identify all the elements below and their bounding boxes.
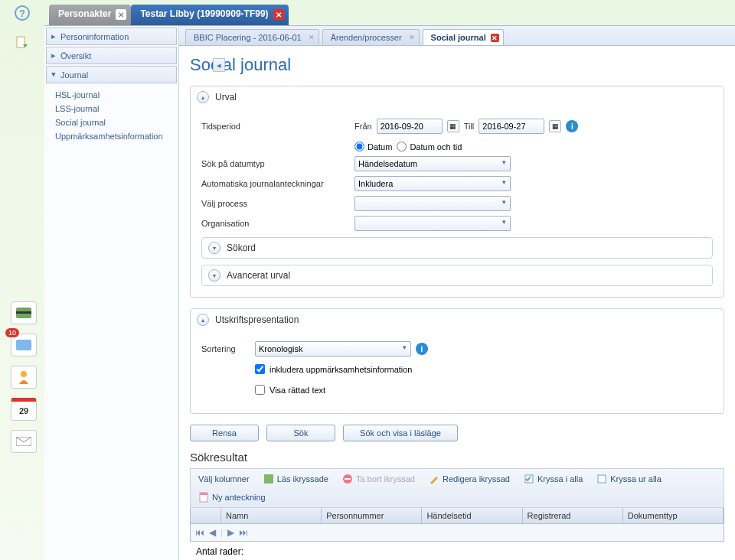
col-personnummer[interactable]: Personnummer: [322, 508, 422, 523]
select-datumtyp[interactable]: Händelsedatum: [354, 156, 511, 171]
svg-rect-10: [345, 478, 351, 480]
close-icon[interactable]: ✕: [491, 34, 499, 42]
info-icon[interactable]: i: [416, 343, 428, 355]
info-icon[interactable]: i: [566, 120, 578, 132]
radio-datum-tid[interactable]: Datum och tid: [397, 142, 462, 151]
rail-app-card-2[interactable]: 10: [11, 334, 37, 357]
collapse-up-icon: ▴: [197, 314, 209, 326]
tab-personakter[interactable]: Personakter ✕: [49, 5, 131, 26]
results-title: Sökresultat: [190, 451, 724, 464]
svg-rect-14: [200, 493, 207, 495]
subsection-title: Sökord: [227, 243, 256, 253]
help-icon[interactable]: ?: [14, 5, 31, 21]
grid-header: Namn Personnummer Händelsetid Registrera…: [190, 508, 724, 524]
close-icon[interactable]: ✕: [116, 9, 126, 20]
subsection-sokord-head[interactable]: ▾ Sökord: [202, 238, 712, 258]
label-process: Välj process: [201, 199, 354, 208]
tab-label: Testar Libby (19990909-TF99): [140, 8, 268, 19]
nav-label: Personinformation: [60, 32, 129, 41]
nav-hsl-journal[interactable]: HSL-journal: [55, 88, 178, 102]
section-utskrift-head[interactable]: ▴ Utskriftspresentation: [191, 309, 724, 330]
nav-oversikt[interactable]: ▸Översikt: [46, 47, 177, 64]
section-title: Utskriftspresentation: [215, 314, 299, 325]
page-title: Social journal: [190, 55, 724, 75]
checkbox-uppmarksamhet[interactable]: inkludera uppmärksamhetsinformation: [255, 364, 412, 374]
subsection-avancerat-head[interactable]: ▾ Avancerat urval: [202, 265, 712, 285]
card-green-icon: [16, 308, 31, 318]
pager-prev-icon[interactable]: ◀: [209, 527, 216, 538]
tool-valj-kolumner[interactable]: Välj kolumner: [194, 472, 254, 486]
close-icon[interactable]: ✕: [309, 34, 315, 41]
radio-datum[interactable]: Datum: [354, 142, 392, 151]
rail-app-card-1[interactable]: [11, 301, 37, 324]
col-namn[interactable]: Namn: [221, 508, 322, 523]
pager-first-icon[interactable]: ⏮: [195, 527, 204, 538]
row-auto-journal: Automatiska journalanteckningar Inkluder…: [201, 176, 713, 191]
label-fran: Från: [354, 122, 372, 131]
nav-collapse-button[interactable]: ◂: [213, 58, 225, 72]
select-sortering[interactable]: Kronologisk: [255, 341, 411, 357]
person-orange-icon: [18, 370, 29, 384]
svg-rect-2: [17, 37, 24, 47]
section-utskrift: ▴ Utskriftspresentation Sortering Kronol…: [190, 308, 724, 414]
document-export-icon[interactable]: [14, 35, 31, 52]
side-nav: ▸Personinformation ▸Översikt ▸Journal HS…: [44, 26, 179, 560]
chevron-right-icon: ▸: [51, 31, 56, 41]
ctab-social-journal[interactable]: Social journal✕: [423, 29, 504, 45]
expand-down-icon: ▾: [208, 242, 220, 254]
row-chk-uppm: inkludera uppmärksamhetsinformation: [201, 361, 713, 377]
col-registrerad[interactable]: Registrerad: [523, 508, 623, 523]
nav-label: Journal: [60, 70, 88, 80]
nav-social-journal[interactable]: Social journal: [55, 116, 178, 129]
tool-las-ikryssade[interactable]: Läs ikryssade: [259, 472, 333, 486]
folder-blue-icon: [16, 340, 31, 350]
ctab-arenden[interactable]: Ärenden/processer✕: [322, 29, 420, 45]
sok-laslage-button[interactable]: Sök och visa i läsläge: [343, 425, 458, 441]
tool-kryssa-alla[interactable]: Kryssa i alla: [519, 472, 587, 486]
row-chk-rattad: Visa rättad text: [201, 382, 713, 398]
nav-personinformation[interactable]: ▸Personinformation: [46, 28, 177, 45]
svg-point-6: [21, 371, 27, 377]
left-rail: ? 10 29: [0, 0, 44, 560]
rail-app-card-3[interactable]: [11, 366, 37, 389]
pager-last-icon[interactable]: ⏭: [239, 527, 248, 538]
sok-button[interactable]: Sök: [266, 425, 335, 441]
col-dokumenttyp[interactable]: Dokumenttyp: [623, 508, 724, 523]
calendar-icon[interactable]: ▦: [549, 120, 561, 132]
ctab-label: BBIC Placering - 2016-06-01: [194, 33, 302, 42]
page: Social journal ▴ Urval Tidsperiod Från ▦…: [179, 46, 735, 560]
label-auto: Automatiska journalanteckningar: [201, 179, 354, 188]
envelope-icon: [16, 437, 31, 446]
rensa-button[interactable]: Rensa: [190, 425, 259, 441]
pager-next-icon[interactable]: ▶: [227, 527, 234, 538]
select-process[interactable]: [354, 196, 511, 211]
label-organisation: Organisation: [201, 219, 354, 228]
section-urval-head[interactable]: ▴ Urval: [191, 86, 724, 108]
tool-ny-anteckning[interactable]: Ny anteckning: [194, 490, 270, 504]
input-till-date[interactable]: [479, 119, 544, 134]
tool-redigera[interactable]: Redigera ikryssad: [424, 472, 514, 486]
close-icon[interactable]: ✕: [273, 9, 284, 20]
rail-app-card-mail[interactable]: [11, 430, 37, 453]
results-toolbar: Välj kolumner Läs ikryssade Ta bort ikry…: [190, 468, 724, 508]
calendar-icon[interactable]: ▦: [447, 120, 459, 132]
tab-person-active[interactable]: Testar Libby (19990909-TF99) ✕: [131, 5, 288, 26]
svg-text:?: ?: [19, 8, 25, 19]
nav-uppmarksamhet[interactable]: Uppmärksamhetsinformation: [55, 129, 178, 143]
tab-label: Personakter: [58, 8, 111, 19]
select-auto[interactable]: Inkludera: [354, 176, 511, 191]
ctab-bbic[interactable]: BBIC Placering - 2016-06-01✕: [185, 29, 319, 45]
select-organisation[interactable]: [354, 216, 511, 231]
input-fran-date[interactable]: [377, 119, 443, 134]
col-handelsetid[interactable]: Händelsetid: [422, 508, 522, 523]
content-tabs: BBIC Placering - 2016-06-01✕ Ärenden/pro…: [179, 26, 735, 46]
tool-kryssa-ur[interactable]: Kryssa ur alla: [592, 472, 666, 486]
grid-selector-column: [191, 508, 221, 523]
chevron-down-icon: ▸: [49, 73, 59, 77]
nav-lss-journal[interactable]: LSS-journal: [55, 102, 178, 116]
close-icon[interactable]: ✕: [409, 34, 415, 41]
checkbox-rattad[interactable]: Visa rättad text: [255, 385, 325, 395]
rail-app-card-calendar[interactable]: 29: [11, 398, 37, 421]
nav-journal[interactable]: ▸Journal: [46, 66, 177, 83]
new-note-icon: [198, 492, 209, 503]
